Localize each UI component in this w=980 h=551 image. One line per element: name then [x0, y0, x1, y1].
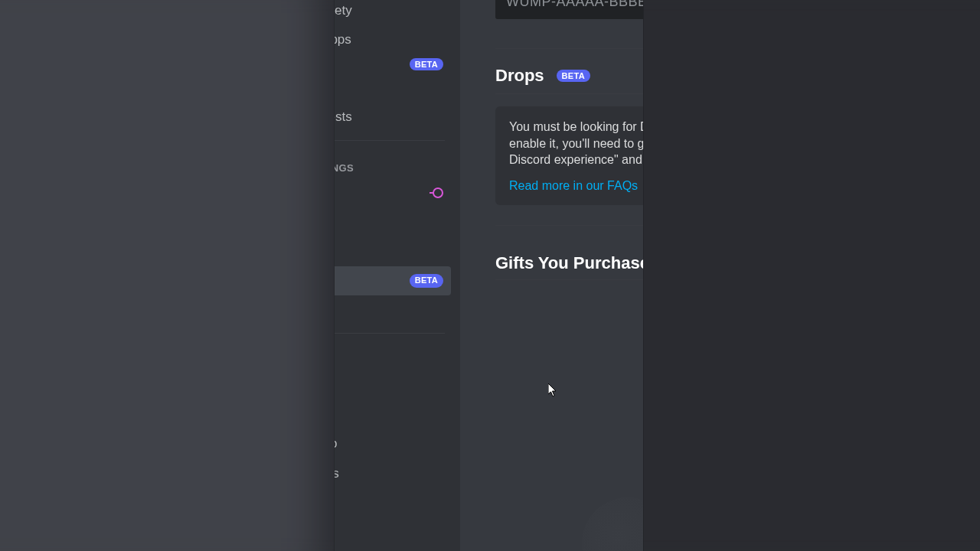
settings-viewport: Privacy & Safety Authorized Apps BETA Co…	[335, 0, 643, 551]
sidebar-item-privacy-safety[interactable]: Privacy & Safety	[335, 0, 451, 25]
sidebar-header-app: APP SETTINGS	[335, 341, 451, 371]
section-divider	[495, 225, 643, 226]
sidebar-item-label: Nitro	[335, 185, 428, 201]
drops-faq-link[interactable]: Read more in our FAQs	[509, 179, 638, 193]
beta-badge: BETA	[410, 274, 443, 287]
redeem-code-placeholder: WUMP-AAAAA-BBBBB-CCCCC	[506, 0, 643, 9]
drops-title: Drops	[495, 66, 544, 86]
sidebar-item-label: Accessibility	[335, 407, 443, 422]
sidebar-separator	[335, 140, 445, 141]
beta-badge: BETA	[557, 70, 590, 82]
gifts-purchased-title: Gifts You Purchased	[495, 253, 643, 273]
sidebar-header-billing: BILLING SETTINGS	[335, 148, 451, 178]
sidebar-item-label: Billing	[335, 302, 443, 318]
sidebar-item-gift-inventory[interactable]: Gift Inventory BETA	[335, 266, 451, 295]
sidebar-item-notifications[interactable]: Notifications	[335, 488, 451, 517]
sidebar-item-label: Subscriptions	[335, 243, 443, 259]
sidebar-item-label: Gift Inventory	[335, 273, 405, 289]
decorative-circle	[582, 497, 643, 551]
drops-header: Drops BETA	[495, 66, 643, 86]
sidebar-item-label: Appearance	[335, 378, 443, 393]
sidebar-item-keybinds[interactable]: Keybinds	[335, 517, 451, 546]
drops-text-line: enable it, you'll need to go enable "Imp…	[509, 135, 643, 152]
sidebar-item-accessibility[interactable]: Accessibility	[335, 400, 451, 429]
settings-sidebar: Privacy & Safety Authorized Apps BETA Co…	[335, 0, 460, 551]
sidebar-item-voice-video[interactable]: Voice & Video	[335, 429, 451, 458]
sidebar-item-nitro[interactable]: Nitro	[335, 178, 451, 207]
sidebar-item-appearance[interactable]: Appearance	[335, 371, 451, 400]
sidebar-item-label: Privacy & Safety	[335, 3, 443, 18]
drops-text-line: Discord experience" and "In-game rewards…	[509, 152, 643, 168]
sidebar-item-text-images[interactable]: Text & Images	[335, 459, 451, 488]
beta-badge: BETA	[410, 58, 443, 70]
sidebar-item-label: Voice & Video	[335, 436, 443, 452]
sidebar-item-connections[interactable]: Connections	[335, 73, 451, 103]
sidebar-item-label: Text & Images	[335, 466, 443, 481]
drops-text-line: You must be looking for Discord Drops! T…	[509, 119, 643, 135]
sidebar-item-friend-requests[interactable]: Friend Requests	[335, 103, 451, 132]
nitro-icon	[433, 187, 443, 198]
section-divider	[495, 48, 643, 49]
sidebar-item-label: Friend Requests	[335, 109, 443, 125]
sidebar-item-label: Notifications	[335, 495, 443, 510]
sidebar-item-label: Authorized Apps	[335, 32, 443, 47]
settings-content: WUMP-AAAAA-BBBBB-CCCCC Drops BETA You mu…	[460, 0, 643, 551]
sidebar-item-label: Connections	[335, 80, 443, 96]
sidebar-item-subscriptions[interactable]: Subscriptions	[335, 236, 451, 266]
redeem-code-input[interactable]: WUMP-AAAAA-BBBBB-CCCCC	[495, 0, 643, 19]
sidebar-item-billing[interactable]: Billing	[335, 295, 451, 324]
drops-info-card: You must be looking for Discord Drops! T…	[495, 106, 643, 205]
sidebar-separator	[335, 333, 445, 334]
section-underline	[495, 279, 643, 280]
sidebar-item-server-boost[interactable]: Server Boost	[335, 207, 451, 236]
section-underline	[495, 93, 643, 94]
sidebar-item-label: Server Boost	[335, 214, 443, 230]
sidebar-item-authorized-apps[interactable]: Authorized Apps	[335, 25, 451, 54]
sidebar-item-label: Keybinds	[335, 524, 443, 540]
sidebar-beta-row: BETA	[335, 55, 451, 73]
